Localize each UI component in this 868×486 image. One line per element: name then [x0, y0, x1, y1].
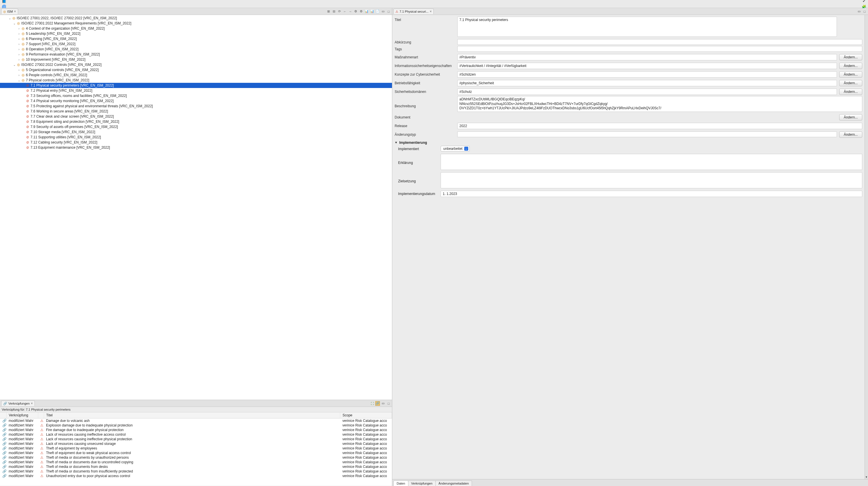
tree-row[interactable]: ›◎8 Operation [VRC_EN_ISM_2022] [0, 46, 392, 52]
collapse-all-icon[interactable]: ⊟ [332, 9, 336, 14]
link-toggle-icon[interactable]: 🔗 [375, 401, 380, 406]
chevron-down-icon[interactable]: ⌄ [17, 79, 21, 82]
change-cyber-button[interactable]: Ändern... [839, 71, 862, 78]
field-desc[interactable]: aDNhMTZxcDUtiML/lBGQlDEqciBEqzpKq/ Nf4cv… [457, 96, 862, 112]
links-tab[interactable]: 🔗 Verknüpfungen × [1, 400, 35, 406]
tree-row[interactable]: ›◎9 Performance evaluation [VRC_EN_ISM_2… [0, 52, 392, 57]
tree-row[interactable]: ›◎6 Planning [VRC_EN_ISM_2022] [0, 36, 392, 41]
tree-row[interactable]: ⊘7.2 Physical entry [VRC_EN_ISM_2022] [0, 88, 392, 93]
table-row[interactable]: 🔗modifiziert Wahr⚠Lack of resources caus… [0, 437, 392, 442]
tree-row[interactable]: ⊘7.12 Cabling security [VRC_EN_ISM_2022] [0, 140, 392, 145]
chevron-right-icon[interactable]: › [17, 53, 21, 56]
minimize-icon[interactable]: ▭ [857, 9, 861, 14]
close-icon[interactable]: × [31, 401, 33, 406]
tree-body[interactable]: ⌄◎ISO/IEC 27001:2022, ISO/IEC 27002:2022… [0, 15, 392, 400]
minimize-icon[interactable]: ▭ [381, 9, 385, 14]
tree-row[interactable]: ⌄◎ISO/IEC 27002:2022 Controls [VRC_EN_IS… [0, 62, 392, 67]
tree-row[interactable]: ⊘7.1 Physical security perimeters [VRC_E… [0, 83, 392, 88]
chevron-right-icon[interactable]: › [17, 27, 21, 30]
table-row[interactable]: 🔗modifiziert Wahr⚠Theft of equipment by … [0, 446, 392, 451]
chevron-right-icon[interactable]: › [17, 68, 21, 72]
tree-row[interactable]: ⌄◎7 Physical controls [VRC_EN_ISM_2022] [0, 78, 392, 83]
expand-icon[interactable]: ⛶ [370, 401, 374, 406]
tree-row[interactable]: ›◎10 Improvement [VRC_EN_ISM_2022] [0, 57, 392, 62]
change-doc-button[interactable]: Ändern... [839, 114, 862, 121]
scrollbar[interactable]: ▼ [865, 15, 868, 479]
chart1-icon[interactable]: 📊 [364, 9, 369, 14]
change-secdom-button[interactable]: Ändern... [839, 89, 862, 95]
refresh-icon[interactable]: ⟳ [337, 9, 342, 14]
close-icon[interactable]: × [430, 9, 432, 13]
tree-row[interactable]: ⊘7.7 Clear desk and clear screen [VRC_EN… [0, 114, 392, 119]
field-opcap[interactable]: #physische_Sicherheit [457, 80, 837, 86]
change-opcap-button[interactable]: Ändern... [839, 80, 862, 86]
table-row[interactable]: 🔗modifiziert Wahr⚠Unauthorized entry due… [0, 474, 392, 478]
tree-row[interactable]: ⌄◎ISO/IEC 27001:2022 Management Requirem… [0, 21, 392, 26]
table-row[interactable]: 🔗modifiziert Wahr⚠Lack of resources caus… [0, 442, 392, 446]
table-row[interactable]: 🔗modifiziert Wahr⚠Theft of media or docu… [0, 455, 392, 460]
toolbar-right-button-1[interactable]: ✔ [861, 0, 867, 4]
filter2-icon[interactable]: ⚙ [359, 9, 364, 14]
tree-row[interactable]: ⊘7.6 Working in secure areas [VRC_EN_ISM… [0, 109, 392, 114]
change-infosec-button[interactable]: Ändern... [839, 63, 862, 69]
tree-row[interactable]: ⊘7.11 Supporting utilities [VRC_EN_ISM_2… [0, 135, 392, 140]
tree-row[interactable]: ⊘7.8 Equipment siting and protection [VR… [0, 119, 392, 124]
tree-row[interactable]: ›◎5 Leadership [VRC_EN_ISM_2022] [0, 31, 392, 36]
editor-body[interactable]: Titel 7.1 Physical security perimeters A… [392, 15, 865, 479]
chart2-icon[interactable]: 📊 [370, 9, 374, 14]
maximize-icon[interactable]: □ [386, 401, 391, 406]
chevron-right-icon[interactable]: › [17, 32, 21, 35]
chevron-right-icon[interactable]: › [17, 42, 21, 46]
col-scope[interactable]: Scope [340, 412, 392, 418]
table-row[interactable]: 🔗modifiziert Wahr⚠Theft of media or docu… [0, 469, 392, 474]
filter-icon[interactable]: ⚙ [353, 9, 358, 14]
field-release[interactable]: 2022 [457, 123, 862, 129]
tree-row[interactable]: ⊘7.13 Equipment maintenance [VRC_EN_ISM_… [0, 145, 392, 150]
change-measure-button[interactable]: Ändern... [839, 54, 862, 60]
section-implementation[interactable]: ▼ Implementierung [395, 139, 862, 146]
table-row[interactable]: 🔗modifiziert Wahr⚠Theft of equipment due… [0, 451, 392, 455]
chevron-down-icon[interactable]: ⌄ [8, 17, 11, 20]
tree-row[interactable]: ›◎5 Organizational controls [VRC_EN_ISM_… [0, 67, 392, 72]
tree-row[interactable]: ›◎4 Context of the organization [VRC_EN_… [0, 26, 392, 31]
table-row[interactable]: 🔗modifiziert Wahr⚠Theft of media or docu… [0, 460, 392, 464]
tree-row[interactable]: ⊘7.9 Security of assets off-premises [VR… [0, 124, 392, 129]
chevron-right-icon[interactable]: › [17, 74, 21, 77]
table-row[interactable]: 🔗modifiziert Wahr⚠Theft of media or docu… [0, 464, 392, 469]
tab-changemeta[interactable]: Änderungsmetadaten [435, 481, 472, 486]
chevron-right-icon[interactable]: › [17, 48, 21, 51]
table-row[interactable]: 🔗modifiziert Wahr⚠Explosion damage due t… [0, 423, 392, 428]
back-icon[interactable]: ← [342, 9, 347, 14]
forward-icon[interactable]: → [348, 9, 352, 14]
maximize-icon[interactable]: □ [386, 9, 391, 14]
field-title[interactable]: 7.1 Physical security perimeters [457, 17, 837, 37]
field-goal[interactable] [441, 172, 862, 188]
field-secdom[interactable]: #Schutz [457, 89, 837, 95]
field-abbr[interactable] [457, 39, 862, 45]
field-cyber[interactable]: #Schützen [457, 71, 837, 78]
table-row[interactable]: 🔗modifiziert Wahr⚠Damage due to volcanic… [0, 418, 392, 423]
tree-row[interactable]: ⊘7.5 Protecting against physical and env… [0, 103, 392, 109]
tree-row[interactable]: ⊘7.4 Physical security monitoring [VRC_E… [0, 98, 392, 103]
tree-row[interactable]: ›◎7 Support [VRC_EN_ISM_2022] [0, 41, 392, 46]
links-table[interactable]: Verknüpfung Titel Scope 🔗modifiziert Wah… [0, 412, 392, 486]
field-measure[interactable]: #Präventiv [457, 54, 837, 60]
tab-data[interactable]: Daten [394, 481, 408, 486]
ism-tab[interactable]: ◎ ISM × [1, 9, 18, 14]
chevron-down-icon[interactable]: ⌄ [13, 22, 16, 25]
editor-tab[interactable]: ⚠ 7.1 Physical securi... × [394, 9, 434, 14]
table-row[interactable]: 🔗modifiziert Wahr⚠Lack of resources caus… [0, 432, 392, 437]
minimize-icon[interactable]: ▭ [381, 401, 385, 406]
field-changetype[interactable] [457, 131, 837, 137]
select-implemented[interactable]: unbearbeitet ⌄ [441, 146, 470, 152]
field-explanation[interactable] [441, 154, 862, 170]
change-changetype-button[interactable]: Ändern... [839, 131, 862, 138]
field-impldate[interactable]: 1. 1.2023 [441, 191, 862, 197]
field-infosec[interactable]: #Vertraulichkeit / #Integrität / #Verfüg… [457, 63, 837, 69]
tree-row[interactable]: ⊘7.3 Securing offices, rooms and facilit… [0, 93, 392, 98]
table-row[interactable]: 🔗modifiziert Wahr⚠Fire damage due to ina… [0, 428, 392, 432]
tab-links[interactable]: Verknüpfungen [408, 481, 436, 486]
toolbar-button-15[interactable]: 📘 [1, 0, 7, 4]
tree-row[interactable]: ›◎6 People controls [VRC_EN_ISM_2022] [0, 72, 392, 78]
maximize-icon[interactable]: □ [862, 9, 867, 14]
